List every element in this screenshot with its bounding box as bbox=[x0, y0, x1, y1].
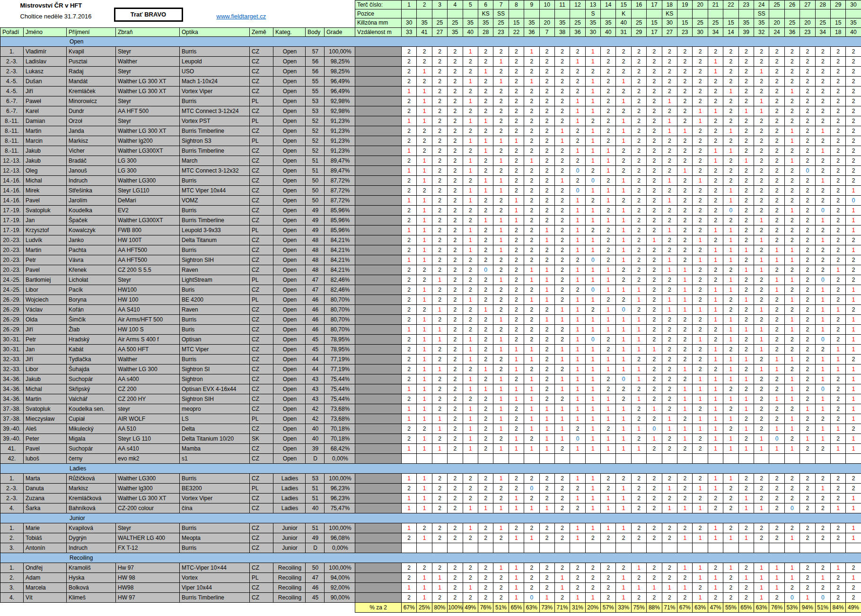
score-cell[interactable]: 1 bbox=[570, 384, 585, 394]
position-cell[interactable] bbox=[539, 9, 554, 18]
score-cell[interactable]: 1 bbox=[417, 414, 432, 424]
score-cell[interactable]: 2 bbox=[509, 324, 524, 334]
score-cell[interactable]: 2 bbox=[631, 205, 646, 215]
scope-cell[interactable]: Sightron S3 bbox=[180, 136, 250, 146]
score-cell[interactable]: 1 bbox=[524, 265, 539, 275]
score-cell[interactable]: 2 bbox=[677, 106, 693, 116]
score-cell[interactable]: 1 bbox=[754, 443, 769, 453]
grade-cell[interactable]: 96,08% bbox=[325, 533, 355, 543]
rank-cell[interactable]: 8.-11. bbox=[0, 126, 24, 136]
first-name-cell[interactable]: Aleš bbox=[24, 424, 67, 434]
footer-percent-cell[interactable]: 65% bbox=[738, 602, 754, 612]
score-cell[interactable]: 1 bbox=[539, 285, 554, 295]
score-cell[interactable]: 2 bbox=[509, 404, 524, 414]
score-cell[interactable]: 2 bbox=[417, 185, 432, 195]
score-cell[interactable]: 0 bbox=[524, 483, 539, 493]
rank-cell[interactable]: 4.-5. bbox=[0, 76, 24, 86]
score-cell[interactable]: 1 bbox=[846, 374, 861, 384]
score-cell[interactable]: 2 bbox=[631, 156, 646, 165]
score-cell[interactable]: 2 bbox=[677, 195, 693, 205]
target-number-cell[interactable]: 13 bbox=[585, 0, 600, 9]
score-cell[interactable]: 2 bbox=[693, 215, 708, 225]
score-cell[interactable]: 1 bbox=[417, 344, 432, 354]
score-cell[interactable]: 2 bbox=[754, 424, 769, 434]
score-cell[interactable]: 1 bbox=[631, 344, 646, 354]
score-cell[interactable]: 1 bbox=[524, 374, 539, 384]
score-cell[interactable]: 1 bbox=[417, 156, 432, 165]
score-cell[interactable]: 1 bbox=[723, 473, 738, 483]
score-cell[interactable]: 2 bbox=[815, 165, 830, 175]
scope-cell[interactable]: Sightron bbox=[180, 374, 250, 384]
score-cell[interactable]: 1 bbox=[631, 563, 646, 573]
rifle-cell[interactable]: Walther LG 300 bbox=[116, 364, 180, 374]
score-cell[interactable]: 1 bbox=[662, 295, 677, 304]
score-cell[interactable]: 2 bbox=[738, 165, 754, 175]
score-cell[interactable]: 2 bbox=[402, 592, 417, 602]
score-cell[interactable]: 2 bbox=[723, 165, 738, 175]
score-cell[interactable]: 2 bbox=[769, 136, 784, 146]
score-cell[interactable]: 1 bbox=[524, 424, 539, 434]
score-cell[interactable]: 1 bbox=[693, 503, 708, 513]
score-cell[interactable]: 2 bbox=[662, 285, 677, 295]
score-cell[interactable]: 1 bbox=[662, 582, 677, 592]
score-cell[interactable]: 2 bbox=[463, 493, 478, 503]
score-cell[interactable]: 2 bbox=[616, 533, 631, 543]
score-cell[interactable]: 1 bbox=[493, 384, 509, 394]
score-cell[interactable]: 2 bbox=[585, 165, 600, 175]
score-cell[interactable]: 1 bbox=[631, 424, 646, 434]
country-cell[interactable]: CZ bbox=[250, 215, 273, 225]
score-cell[interactable]: 1 bbox=[723, 533, 738, 543]
score-cell[interactable]: 2 bbox=[800, 563, 815, 573]
score-cell[interactable]: 2 bbox=[478, 443, 493, 453]
rifle-cell[interactable]: HW 97 bbox=[116, 592, 180, 602]
score-cell[interactable]: 2 bbox=[647, 324, 662, 334]
country-cell[interactable]: PL bbox=[250, 483, 273, 493]
score-cell[interactable]: 2 bbox=[601, 483, 616, 493]
distance-cell[interactable]: 34 bbox=[708, 27, 723, 36]
score-cell[interactable]: 2 bbox=[524, 205, 539, 215]
score-cell[interactable]: 2 bbox=[402, 334, 417, 344]
score-cell[interactable]: 2 bbox=[662, 76, 677, 86]
score-cell[interactable]: 2 bbox=[677, 334, 693, 344]
first-name-cell[interactable]: Jiří bbox=[24, 86, 67, 96]
last-name-cell[interactable]: Pacík bbox=[67, 285, 116, 295]
score-cell[interactable]: 2 bbox=[662, 374, 677, 384]
killzone-cell[interactable]: 15 bbox=[647, 18, 662, 27]
rifle-cell[interactable]: Walther lg200 bbox=[116, 136, 180, 146]
score-cell[interactable] bbox=[738, 543, 754, 553]
score-cell[interactable]: 2 bbox=[616, 86, 631, 96]
score-cell[interactable]: 2 bbox=[509, 116, 524, 126]
score-cell[interactable]: 1 bbox=[815, 404, 830, 414]
rifle-cell[interactable]: FWB 800 bbox=[116, 225, 180, 235]
category-cell[interactable]: Open bbox=[273, 334, 306, 344]
score-cell[interactable]: 2 bbox=[463, 275, 478, 285]
score-cell[interactable]: 1 bbox=[769, 563, 784, 573]
score-cell[interactable]: 2 bbox=[754, 314, 769, 324]
rifle-cell[interactable]: Steyr bbox=[116, 66, 180, 76]
score-cell[interactable]: 1 bbox=[478, 185, 493, 195]
score-cell[interactable]: 2 bbox=[769, 523, 784, 533]
killzone-cell[interactable]: 15 bbox=[723, 18, 738, 27]
score-cell[interactable]: 2 bbox=[800, 573, 815, 582]
score-cell[interactable]: 1 bbox=[601, 304, 616, 314]
score-cell[interactable]: 2 bbox=[432, 434, 447, 443]
score-cell[interactable]: 1 bbox=[708, 573, 723, 582]
score-cell[interactable]: 2 bbox=[601, 563, 616, 573]
rifle-cell[interactable]: CZ 200 bbox=[116, 384, 180, 394]
score-cell[interactable]: 2 bbox=[601, 573, 616, 582]
rank-cell[interactable]: 24.-25. bbox=[0, 285, 24, 295]
score-cell[interactable]: 1 bbox=[463, 404, 478, 414]
score-cell[interactable]: 1 bbox=[616, 175, 631, 185]
score-cell[interactable]: 2 bbox=[509, 185, 524, 195]
score-cell[interactable]: 2 bbox=[738, 334, 754, 344]
footer-percent-cell[interactable]: 76% bbox=[478, 602, 493, 612]
last-name-cell[interactable]: Kvapil bbox=[67, 46, 116, 56]
killzone-cell[interactable]: 40 bbox=[616, 18, 631, 27]
score-cell[interactable]: 2 bbox=[677, 185, 693, 195]
score-cell[interactable]: 2 bbox=[769, 175, 784, 185]
grade-cell[interactable]: 98,25% bbox=[325, 66, 355, 76]
score-cell[interactable]: 2 bbox=[677, 225, 693, 235]
score-cell[interactable]: 2 bbox=[769, 185, 784, 195]
score-cell[interactable]: 2 bbox=[769, 265, 784, 275]
footer-percent-cell[interactable]: 71% bbox=[662, 602, 677, 612]
